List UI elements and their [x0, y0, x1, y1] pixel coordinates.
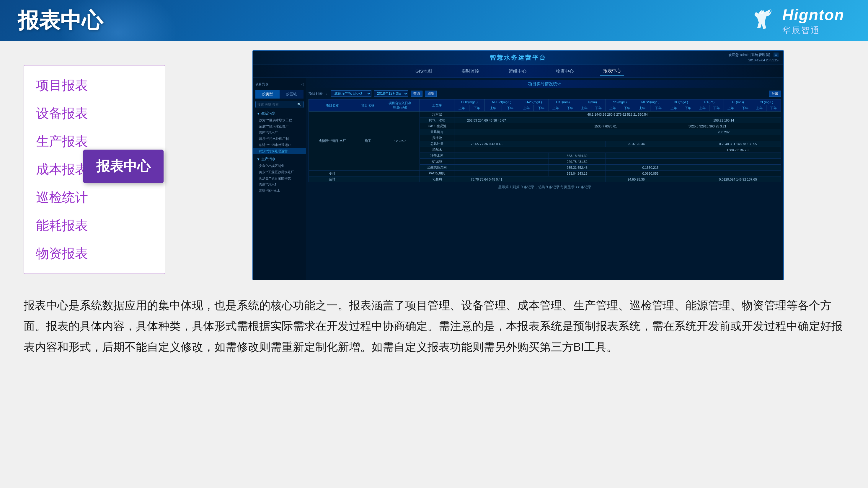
td-data-pac-a — [454, 170, 549, 176]
th-ss-dn: 下年 — [620, 105, 634, 111]
th-ss: SS(mg/L) — [606, 99, 634, 105]
menu-item-energy-report[interactable]: 能耗报表 — [24, 212, 165, 239]
project-select[interactable]: 成德潼***项目-水厂 — [331, 90, 371, 97]
td-data-8c — [606, 153, 781, 159]
th-mlss-up: 上年 — [634, 105, 650, 111]
td-data-final-e: 0.0120.024 146.92 137.65 — [695, 176, 781, 182]
sidebar-item-3[interactable]: 云南**污水厂 — [253, 130, 306, 136]
project-list-label: 项目列表 — [255, 82, 268, 87]
logo-subtitle: 华辰智通 — [782, 25, 844, 36]
td-data-9b: 229.78 431.52 — [549, 159, 606, 165]
sidebar-item-4[interactable]: 昌乐***污水处理厂制 — [253, 136, 306, 142]
td-process-val-2: 鳄气口浓缩 — [420, 118, 454, 123]
td-data-6d — [666, 141, 695, 147]
menu-item-project-report[interactable]: 项目报表 — [24, 71, 165, 99]
td-subtotal-label3 — [380, 170, 420, 176]
th-do-up: 上年 — [666, 105, 681, 111]
td-data-6c: 25.37 26.34 — [606, 141, 666, 147]
nav-operations[interactable]: 运维中心 — [506, 67, 529, 75]
td-data-final-c: 24.60 25.36 — [606, 176, 666, 182]
td-data-10c: 0.1560.215 — [606, 165, 695, 170]
th-cl-dn: 下年 — [767, 105, 781, 111]
td-data-2c: 198.21 195.14 — [666, 118, 781, 123]
search-placeholder: 搜索 关键 搜索 — [257, 102, 279, 107]
td-data-10b: 985.31 652.48 — [549, 165, 606, 170]
menu-item-cost-report[interactable]: 成本报表 报表中心 — [24, 156, 165, 184]
th-ldt-up: 上年 — [549, 105, 563, 111]
report-center-box: 报表中心 — [83, 150, 163, 183]
th-project-name2: 项目名称 — [356, 99, 380, 111]
th-cod-dn: 下年 — [469, 105, 485, 111]
nav-reports[interactable]: 报表中心 — [600, 67, 624, 75]
export-button[interactable]: 导出 — [769, 91, 781, 97]
td-total-process: 化整功 — [420, 176, 454, 182]
right-panel: 智慧水务运营平台 欢迎您 admin [系统管理员] ≡ 2018-12-04 … — [183, 41, 868, 283]
sidebar-item-7[interactable]: 安审亿**战区制业 — [253, 163, 306, 169]
th-nh3-dn: 下年 — [502, 105, 519, 111]
sidebar-tab-type[interactable]: 按类型 — [255, 90, 280, 99]
td-process-val-5: 搅拌池 — [420, 135, 454, 141]
td-data-10a — [454, 165, 549, 170]
menu-item-equipment-report[interactable]: 设备报表 — [24, 99, 165, 127]
th-nh3: NH3-N(mg/L) — [485, 99, 519, 105]
td-volume-val: 125,357 — [380, 111, 420, 170]
date-select[interactable]: 2018年12月3日 — [374, 90, 408, 97]
sidebar-item-1[interactable]: 沙河***区供水取水工程 — [253, 117, 306, 123]
th-ft-dn: 下年 — [738, 105, 752, 111]
td-process-val-8: 冲洗水库 — [420, 153, 454, 159]
td-data-final-d — [666, 176, 695, 182]
menu-item-inspection-stats[interactable]: 巡检统计 — [24, 184, 165, 212]
sidebar-item-5[interactable]: 临沂*****污水处理运O — [253, 142, 306, 148]
nav-materials[interactable]: 物资中心 — [553, 67, 577, 75]
sidebar-tab-area[interactable]: 按区域 — [280, 90, 304, 99]
td-data-4c — [752, 129, 781, 135]
th-nh3-up: 上年 — [485, 105, 502, 111]
logo-icon — [744, 8, 779, 34]
td-process-val-6: 总风计量 — [420, 141, 454, 147]
sidebar-item-6[interactable]: 武汉**污水处理运营 — [253, 148, 306, 154]
menu-icon[interactable]: ≡ — [774, 53, 779, 57]
sidebar-collapse[interactable]: ◁ — [301, 82, 304, 86]
td-total-label2 — [356, 176, 380, 182]
td-process-val-10: 乙酸供应泵间 — [420, 165, 454, 170]
sidebar-item-8[interactable]: 黄东**工业区沙尾水处厂 — [253, 169, 306, 175]
data-panel-title: 项目实时情况统计 — [309, 80, 781, 88]
menu-item-materials-report[interactable]: 物资报表 — [24, 239, 165, 268]
data-controls: 项目列表： 成德潼***项目-水厂 2018年12月3日 查询 刷新 导出 — [309, 90, 781, 97]
td-process-val-4: 鼓风机房 — [420, 129, 454, 135]
td-data-8b: 563.18 654.32 — [549, 153, 606, 159]
sidebar-item-10[interactable]: 志高**污水J — [253, 182, 306, 188]
th-mlss: MLSS(mg/L) — [634, 99, 666, 105]
th-project-name: 项目名称 — [309, 99, 356, 111]
nav-gis[interactable]: GIS地图 — [412, 67, 435, 75]
refresh-button[interactable]: 刷新 — [425, 91, 437, 97]
td-subtotal-label: 小计 — [309, 170, 356, 176]
main-area: 项目报表 设备报表 生产报表 成本报表 报表中心 — [0, 41, 868, 488]
sidebar-item-9[interactable]: 长沙金**项目采购科技 — [253, 175, 306, 182]
th-mlss-dn: 下年 — [650, 105, 666, 111]
table-row: 成德潼***项目-水厂 施工 125,357 污水健 48.1 1443.26 … — [309, 111, 781, 118]
th-cod-up: 上年 — [454, 105, 469, 111]
td-data-6b — [519, 141, 606, 147]
td-data-3b: 1535.7 6078.61 — [577, 123, 634, 129]
table-row: 小计 PAC投加间 563.04 243.15 0.0690.056 — [309, 170, 781, 176]
td-data-7b: 1880.2 51977.2 — [695, 147, 781, 153]
platform-datetime: 2018-12-04 20:51:29 — [748, 58, 779, 62]
td-data-2a: 252.53 254.69 46.38 43.67 — [454, 118, 519, 123]
query-button[interactable]: 查询 — [411, 91, 423, 97]
company-logo: Hignton 华辰智通 — [744, 6, 844, 36]
table-row: 合计 化整功 78.79 78.64 0.45 0.41 24.60 25.36 — [309, 176, 781, 182]
td-data-8a — [454, 153, 549, 159]
th-pt-up: 上年 — [695, 105, 709, 111]
th-ldt-dn: 下年 — [563, 105, 577, 111]
th-pt: PT(Pa) — [695, 99, 724, 105]
td-data-4b: 200 292 — [695, 129, 752, 135]
sidebar-search[interactable]: 搜索 关键 搜索 🔍 — [255, 101, 304, 108]
nav-monitor[interactable]: 实时监控 — [459, 67, 482, 75]
td-data-6a: 78.65 77.36 0.43 0.45 — [454, 141, 519, 147]
sidebar-item-2[interactable]: 荣成***区污水处理厂 — [253, 123, 306, 130]
td-data-6e: 0.2540.351 148.78 136.55 — [695, 141, 781, 147]
sidebar-item-11[interactable]: 高适**地**出水 — [253, 188, 306, 194]
th-ft-up: 上年 — [724, 105, 738, 111]
menu-list: 项目报表 设备报表 生产报表 成本报表 报表中心 — [24, 65, 165, 274]
